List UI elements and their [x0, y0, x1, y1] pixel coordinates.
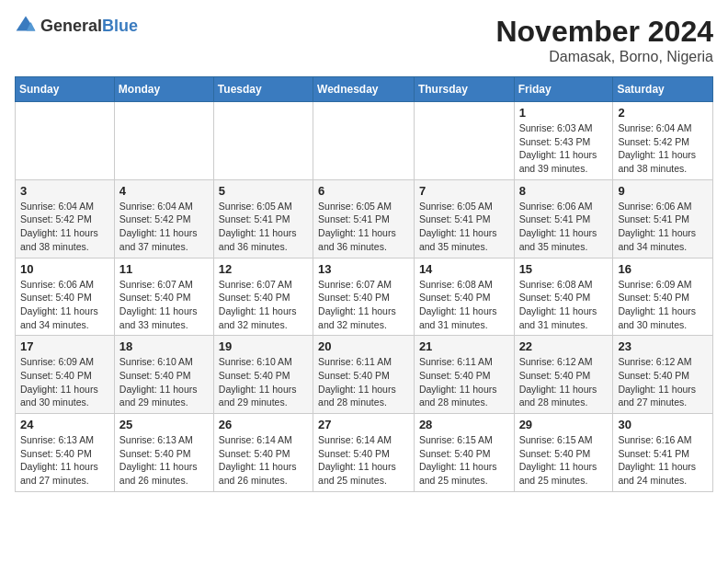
day-info: Sunrise: 6:05 AMSunset: 5:41 PMDaylight:… [318, 200, 409, 254]
day-number: 11 [119, 262, 209, 276]
day-info: Sunrise: 6:05 AMSunset: 5:41 PMDaylight:… [419, 200, 509, 254]
day-number: 5 [219, 184, 308, 198]
column-header-sunday: Sunday [16, 77, 115, 102]
logo: GeneralBlue [15, 15, 138, 37]
calendar-cell: 24Sunrise: 6:13 AMSunset: 5:40 PMDayligh… [16, 414, 115, 492]
day-number: 25 [119, 418, 209, 431]
logo-general-text: General [40, 17, 102, 35]
calendar-cell: 19Sunrise: 6:10 AMSunset: 5:40 PMDayligh… [213, 336, 313, 414]
day-info: Sunrise: 6:10 AMSunset: 5:40 PMDaylight:… [219, 355, 308, 409]
day-number: 10 [20, 262, 109, 276]
calendar-cell: 18Sunrise: 6:10 AMSunset: 5:40 PMDayligh… [114, 336, 213, 414]
header-row: SundayMondayTuesdayWednesdayThursdayFrid… [16, 77, 713, 102]
day-info: Sunrise: 6:13 AMSunset: 5:40 PMDaylight:… [119, 433, 209, 488]
week-row-3: 10Sunrise: 6:06 AMSunset: 5:40 PMDayligh… [16, 258, 713, 336]
week-row-4: 17Sunrise: 6:09 AMSunset: 5:40 PMDayligh… [16, 336, 713, 414]
day-number: 24 [20, 418, 109, 431]
day-number: 12 [219, 262, 308, 276]
calendar-cell: 2Sunrise: 6:04 AMSunset: 5:42 PMDaylight… [613, 102, 713, 180]
day-info: Sunrise: 6:12 AMSunset: 5:40 PMDaylight:… [618, 355, 708, 409]
day-info: Sunrise: 6:12 AMSunset: 5:40 PMDaylight:… [519, 355, 609, 409]
calendar-cell: 30Sunrise: 6:16 AMSunset: 5:41 PMDayligh… [613, 414, 713, 492]
day-number: 27 [318, 418, 409, 431]
day-info: Sunrise: 6:14 AMSunset: 5:40 PMDaylight:… [318, 433, 409, 488]
day-info: Sunrise: 6:08 AMSunset: 5:40 PMDaylight:… [519, 278, 609, 332]
calendar-cell [114, 102, 213, 180]
calendar-cell: 27Sunrise: 6:14 AMSunset: 5:40 PMDayligh… [313, 414, 415, 492]
day-number: 1 [519, 106, 609, 120]
day-number: 15 [519, 262, 609, 276]
calendar-cell: 4Sunrise: 6:04 AMSunset: 5:42 PMDaylight… [114, 179, 213, 258]
day-info: Sunrise: 6:07 AMSunset: 5:40 PMDaylight:… [119, 278, 209, 332]
day-info: Sunrise: 6:06 AMSunset: 5:40 PMDaylight:… [20, 278, 109, 332]
calendar-table: SundayMondayTuesdayWednesdayThursdayFrid… [15, 76, 713, 492]
day-number: 13 [318, 262, 409, 276]
day-info: Sunrise: 6:04 AMSunset: 5:42 PMDaylight:… [618, 121, 708, 176]
day-number: 3 [20, 184, 109, 198]
calendar-cell [313, 102, 415, 180]
day-info: Sunrise: 6:13 AMSunset: 5:40 PMDaylight:… [20, 433, 109, 488]
column-header-tuesday: Tuesday [213, 77, 313, 102]
day-info: Sunrise: 6:14 AMSunset: 5:40 PMDaylight:… [219, 433, 308, 488]
day-number: 2 [618, 106, 708, 120]
day-info: Sunrise: 6:04 AMSunset: 5:42 PMDaylight:… [119, 200, 209, 254]
calendar-cell: 21Sunrise: 6:11 AMSunset: 5:40 PMDayligh… [414, 336, 514, 414]
week-row-1: 1Sunrise: 6:03 AMSunset: 5:43 PMDaylight… [16, 102, 713, 180]
calendar-cell: 14Sunrise: 6:08 AMSunset: 5:40 PMDayligh… [414, 258, 514, 336]
day-number: 20 [318, 339, 409, 353]
calendar-cell: 12Sunrise: 6:07 AMSunset: 5:40 PMDayligh… [213, 258, 313, 336]
day-info: Sunrise: 6:10 AMSunset: 5:40 PMDaylight:… [119, 355, 209, 409]
day-info: Sunrise: 6:15 AMSunset: 5:40 PMDaylight:… [519, 433, 609, 488]
calendar-cell: 5Sunrise: 6:05 AMSunset: 5:41 PMDaylight… [213, 179, 313, 258]
day-info: Sunrise: 6:11 AMSunset: 5:40 PMDaylight:… [318, 355, 409, 409]
day-info: Sunrise: 6:05 AMSunset: 5:41 PMDaylight:… [219, 200, 308, 254]
logo-icon [15, 15, 37, 37]
week-row-5: 24Sunrise: 6:13 AMSunset: 5:40 PMDayligh… [16, 414, 713, 492]
day-number: 30 [618, 418, 708, 431]
day-number: 6 [318, 184, 409, 198]
calendar-cell: 15Sunrise: 6:08 AMSunset: 5:40 PMDayligh… [514, 258, 613, 336]
day-info: Sunrise: 6:06 AMSunset: 5:41 PMDaylight:… [519, 200, 609, 254]
day-info: Sunrise: 6:03 AMSunset: 5:43 PMDaylight:… [519, 121, 609, 176]
calendar-cell: 7Sunrise: 6:05 AMSunset: 5:41 PMDaylight… [414, 179, 514, 258]
calendar-cell: 22Sunrise: 6:12 AMSunset: 5:40 PMDayligh… [514, 336, 613, 414]
day-info: Sunrise: 6:06 AMSunset: 5:41 PMDaylight:… [618, 200, 708, 254]
calendar-cell: 28Sunrise: 6:15 AMSunset: 5:40 PMDayligh… [414, 414, 514, 492]
calendar-cell: 25Sunrise: 6:13 AMSunset: 5:40 PMDayligh… [114, 414, 213, 492]
calendar-cell: 6Sunrise: 6:05 AMSunset: 5:41 PMDaylight… [313, 179, 415, 258]
calendar-cell: 29Sunrise: 6:15 AMSunset: 5:40 PMDayligh… [514, 414, 613, 492]
calendar-cell: 26Sunrise: 6:14 AMSunset: 5:40 PMDayligh… [213, 414, 313, 492]
column-header-thursday: Thursday [414, 77, 514, 102]
day-number: 21 [419, 339, 509, 353]
calendar-cell: 11Sunrise: 6:07 AMSunset: 5:40 PMDayligh… [114, 258, 213, 336]
day-number: 8 [519, 184, 609, 198]
calendar-cell: 9Sunrise: 6:06 AMSunset: 5:41 PMDaylight… [613, 179, 713, 258]
day-number: 28 [419, 418, 509, 431]
day-info: Sunrise: 6:16 AMSunset: 5:41 PMDaylight:… [618, 433, 708, 488]
calendar-cell: 1Sunrise: 6:03 AMSunset: 5:43 PMDaylight… [514, 102, 613, 180]
calendar-cell [414, 102, 514, 180]
day-info: Sunrise: 6:09 AMSunset: 5:40 PMDaylight:… [20, 355, 109, 409]
day-number: 18 [119, 339, 209, 353]
column-header-saturday: Saturday [613, 77, 713, 102]
column-header-friday: Friday [514, 77, 613, 102]
calendar-cell [16, 102, 115, 180]
logo-blue-text: Blue [102, 17, 138, 35]
calendar-cell [213, 102, 313, 180]
day-number: 7 [419, 184, 509, 198]
day-info: Sunrise: 6:15 AMSunset: 5:40 PMDaylight:… [419, 433, 509, 488]
calendar-cell: 8Sunrise: 6:06 AMSunset: 5:41 PMDaylight… [514, 179, 613, 258]
calendar-cell: 3Sunrise: 6:04 AMSunset: 5:42 PMDaylight… [16, 179, 115, 258]
day-number: 9 [618, 184, 708, 198]
calendar-cell: 20Sunrise: 6:11 AMSunset: 5:40 PMDayligh… [313, 336, 415, 414]
column-header-wednesday: Wednesday [313, 77, 415, 102]
day-info: Sunrise: 6:07 AMSunset: 5:40 PMDaylight:… [318, 278, 409, 332]
calendar-cell: 10Sunrise: 6:06 AMSunset: 5:40 PMDayligh… [16, 258, 115, 336]
day-info: Sunrise: 6:09 AMSunset: 5:40 PMDaylight:… [618, 278, 708, 332]
day-info: Sunrise: 6:04 AMSunset: 5:42 PMDaylight:… [20, 200, 109, 254]
day-number: 14 [419, 262, 509, 276]
page-header: GeneralBlue November 2024 Damasak, Borno… [15, 15, 713, 65]
day-number: 29 [519, 418, 609, 431]
calendar-cell: 16Sunrise: 6:09 AMSunset: 5:40 PMDayligh… [613, 258, 713, 336]
day-number: 17 [20, 339, 109, 353]
